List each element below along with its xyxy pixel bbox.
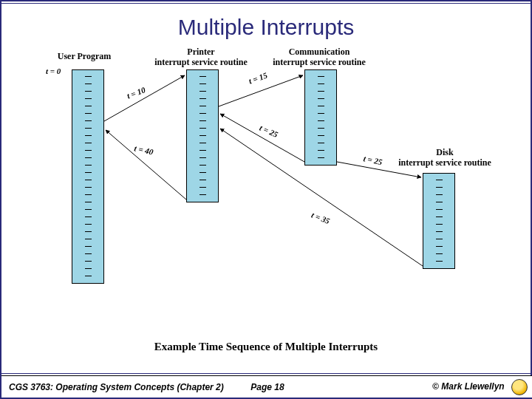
- slide-frame: Multiple Interrupts User Program Printer…: [0, 0, 532, 399]
- slide-title: Multiple Interrupts: [1, 15, 531, 40]
- footer-author: © Mark Llewellyn: [432, 381, 505, 392]
- diagram-caption: Example Time Sequence of Multiple Interr…: [1, 341, 531, 353]
- footer-hairline: [1, 373, 532, 374]
- slide-footer: CGS 3763: Operating System Concepts (Cha…: [1, 375, 532, 398]
- svg-line-1: [219, 75, 303, 106]
- footer-right: © Mark Llewellyn: [432, 379, 528, 395]
- svg-line-0: [104, 75, 185, 121]
- ucf-logo-icon: [511, 379, 528, 395]
- top-hairline: [1, 3, 532, 4]
- svg-line-5: [106, 130, 186, 200]
- svg-line-4: [220, 129, 423, 266]
- footer-course: CGS 3763: Operating System Concepts (Cha…: [9, 382, 224, 392]
- interrupt-diagram: User Program Printerinterrupt service ro…: [38, 47, 497, 343]
- arrows-layer: [38, 47, 497, 343]
- svg-line-3: [337, 162, 421, 177]
- svg-line-2: [220, 114, 304, 162]
